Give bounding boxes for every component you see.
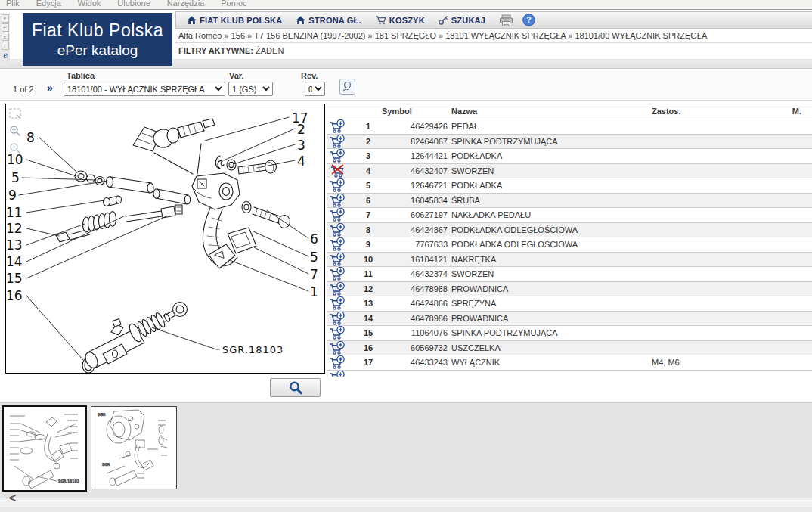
table-row[interactable]: 146429426PEDAŁ [327, 119, 812, 135]
table-row[interactable]: 97767633PODKŁADKA ODLEGŁOŚCIOWA [327, 237, 812, 253]
part-name: PROWADNICA [451, 284, 648, 293]
table-row[interactable]: 1660569732USZCZELKA [327, 341, 812, 356]
table-row[interactable]: 1746433243WYŁĄCZNIKM4, M6 [327, 355, 812, 371]
tablica-select[interactable]: 18101/00 - WYŁĄCZNIK SPRZĘGŁA [64, 82, 225, 96]
table-row[interactable]: 282464067SPINKA PODTRZYMUJĄCA [327, 135, 812, 150]
callout-number[interactable]: 4 [297, 154, 305, 169]
table-row[interactable]: 846424867PODKŁADKA ODLEGŁOŚCIOWA [327, 223, 812, 238]
menu-ulubione[interactable]: Ulubione [117, 0, 150, 9]
callout-number[interactable]: 14 [6, 254, 23, 269]
next-table-button[interactable]: » [47, 82, 53, 94]
table-row[interactable]: 1446478986PROWADNICA [327, 312, 812, 327]
eper-script-letter: e [1, 50, 8, 61]
table-row[interactable]: 1346424866SPRĘŻYNA [327, 296, 812, 312]
callout-number[interactable]: 7 [310, 267, 318, 282]
table-row[interactable]: 616045834ŚRUBA [327, 194, 812, 209]
zoom-out-icon[interactable] [8, 141, 22, 155]
table-row[interactable]: 512646721PODKŁADKA [327, 178, 812, 194]
add-to-cart-button[interactable] [329, 194, 347, 208]
rev-select[interactable]: 0 [305, 82, 325, 96]
thumbnail-strip: SGR.18103 SGR [0, 402, 812, 498]
print-button[interactable] [499, 14, 513, 26]
var-select[interactable]: 1 (GS) [228, 82, 273, 96]
callout-number[interactable]: 15 [6, 271, 23, 286]
part-symbol: 46424867 [382, 225, 448, 234]
table-row[interactable]: 446432407SWORZEŃ [327, 164, 812, 179]
part-name: PROWADNICA [451, 314, 648, 323]
table-row[interactable]: 1246478988PROWADNICA [327, 282, 812, 297]
breadcrumb[interactable]: Alfa Romeo » 156 » T7 156 BENZINA (1997-… [175, 29, 812, 43]
help-button[interactable]: ? [522, 14, 535, 26]
add-to-cart-button[interactable] [329, 312, 347, 326]
callout-number[interactable]: 8 [26, 130, 35, 145]
add-to-cart-button[interactable] [329, 355, 347, 370]
toolbar-fiat-klub-polska[interactable]: FIAT KLUB POLSKA [187, 16, 282, 25]
partial-next-row [327, 371, 812, 377]
add-to-cart-button[interactable] [329, 326, 347, 340]
part-symbol: 46429426 [382, 122, 448, 131]
callout-number[interactable]: 13 [6, 237, 23, 253]
part-name: SWORZEŃ [451, 166, 648, 175]
toolbar-label: KOSZYK [389, 16, 425, 25]
app-logo: Fiat Klub Polska ePer katalog [23, 13, 172, 66]
prev-thumbnails-icon[interactable]: < [9, 492, 16, 505]
part-symbol: 12644421 [382, 151, 448, 160]
add-to-cart-button[interactable] [329, 371, 347, 377]
add-to-cart-button[interactable] [329, 267, 347, 281]
parts-table-header: Symbol Nazwa Zastos. M. [327, 104, 812, 119]
table-row[interactable]: 312644421PODKŁADKA [327, 149, 812, 164]
add-to-cart-button[interactable] [329, 282, 347, 296]
toolbar-szukaj[interactable]: SZUKAJ [439, 15, 485, 25]
add-to-cart-button[interactable] [329, 149, 347, 163]
menu-edycja[interactable]: Edycja [36, 0, 61, 9]
part-name: SWORZEŃ [451, 269, 648, 278]
part-symbol: 16045834 [382, 196, 448, 205]
search-button[interactable] [270, 378, 321, 397]
toolbar-strona-gl[interactable]: STRONA GŁ. [296, 16, 361, 25]
add-to-cart-button[interactable] [329, 119, 347, 134]
menu-narzedzia[interactable]: Narzędzia [167, 0, 205, 9]
part-symbol: 46433243 [382, 358, 448, 367]
table-row[interactable]: 760627197NAKŁADKA PEDAŁU [327, 208, 812, 223]
marquee-zoom-icon[interactable] [8, 107, 22, 120]
menu-pomoc[interactable]: Pomoc [221, 0, 246, 9]
add-to-cart-button[interactable] [329, 208, 347, 222]
add-to-cart-button[interactable] [329, 223, 347, 237]
callout-number[interactable]: 3 [297, 138, 305, 153]
callout-number[interactable]: 1 [310, 284, 318, 299]
callout-number[interactable]: 2 [297, 122, 305, 137]
callout-number[interactable]: 11 [6, 205, 23, 220]
table-row[interactable]: 1146432374SWORZEŃ [327, 267, 812, 282]
callout-number[interactable]: 6 [310, 231, 318, 247]
add-to-cart-button[interactable] [329, 178, 347, 193]
exploded-diagram-panel[interactable]: 17234810591112131415166571 SGR.18103 [5, 104, 325, 374]
add-to-cart-button[interactable] [329, 296, 347, 311]
part-name: USZCZELKA [451, 343, 648, 352]
part-name: ŚRUBA [451, 196, 648, 205]
part-name: SPRĘŻYNA [451, 299, 648, 308]
add-to-cart-button[interactable] [329, 253, 347, 267]
part-symbol: 46478986 [382, 314, 448, 323]
toolbar-koszyk[interactable]: KOSZYK [375, 15, 425, 25]
thumbnail-table-1-selected[interactable]: SGR.18103 [2, 405, 87, 492]
add-to-cart-icon [329, 341, 346, 355]
menu-widok[interactable]: Widok [78, 0, 101, 9]
callout-number[interactable]: 5 [310, 250, 318, 265]
add-to-cart-button[interactable] [329, 135, 347, 149]
menu-plik[interactable]: Plik [6, 0, 20, 9]
callout-number[interactable]: 9 [8, 188, 17, 203]
zoom-in-icon[interactable] [8, 124, 22, 138]
callout-number[interactable]: 12 [6, 221, 23, 236]
table-row[interactable]: 1511064076SPINKA PODTRZYMUJĄCA [327, 326, 812, 341]
part-name: PODKŁADKA ODLEGŁOŚCIOWA [451, 225, 648, 234]
callout-number[interactable]: 16 [6, 288, 23, 303]
add-to-cart-button[interactable] [329, 237, 347, 252]
part-symbol: 7767633 [382, 240, 448, 249]
table-row[interactable]: 1016104121NAKRĘTKA [327, 253, 812, 268]
thumbnail-table-2[interactable]: SGR SGR [91, 406, 177, 489]
callout-number[interactable]: 5 [11, 170, 20, 185]
header-nazwa: Nazwa [451, 107, 477, 116]
legend-button[interactable] [339, 79, 355, 95]
add-to-cart-button[interactable] [329, 341, 347, 355]
cart-blocked-button[interactable] [329, 164, 347, 178]
